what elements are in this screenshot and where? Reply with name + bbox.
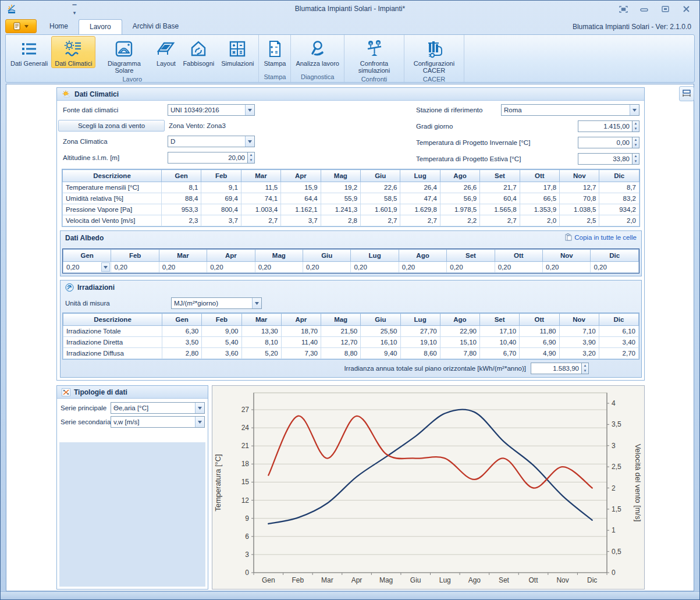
svg-text:Ago: Ago	[468, 576, 481, 584]
panel-width-toggle-button[interactable]	[679, 86, 694, 101]
application-menu-button[interactable]	[5, 19, 37, 33]
serie-secondaria-combobox[interactable]: v,w [m/s]	[111, 416, 205, 428]
data-cell: 2,8	[321, 215, 360, 226]
data-cell: 12,70	[321, 337, 361, 348]
altitudine-value[interactable]: 20,00	[168, 152, 247, 164]
restore-button[interactable]	[659, 4, 671, 14]
serie-principale-combobox[interactable]: Θe,aria [°C]	[111, 402, 205, 414]
chevron-down-icon[interactable]	[245, 105, 254, 115]
irradianza-annua-value[interactable]: 1.583,90	[531, 363, 581, 374]
tab-home[interactable]: Home	[39, 19, 79, 34]
albedo-cell[interactable]: 0,20	[63, 262, 111, 273]
chevron-down-icon[interactable]	[630, 105, 639, 115]
close-button[interactable]	[680, 4, 692, 14]
stampa-button[interactable]: Stampa	[260, 36, 289, 68]
albedo-table: GenFebMarAprMagGiuLugAgoSetOttNovDic0,20…	[62, 248, 639, 274]
fullscreen-button[interactable]	[617, 4, 630, 14]
ribbon-group-lavoro: Dati GeneraliDati ClimaticiDiagramma Sol…	[6, 35, 259, 82]
albedo-cell[interactable]: 0,20	[351, 262, 399, 273]
chevron-down-icon[interactable]	[195, 417, 204, 427]
data-cell: 7,30	[281, 348, 321, 359]
data-cell: 47,4	[400, 193, 440, 204]
irradiazioni-table: DescrizioneGenFebMarAprMagGiuLugAgoSetOt…	[62, 313, 639, 360]
spinner-buttons[interactable]: ▲▼	[247, 152, 255, 164]
month-column-header: Set	[480, 314, 520, 326]
gradi-giorno-field[interactable]: 1.415,00 ▲▼	[578, 120, 639, 132]
table-row: Irradiazione Diffusa2,803,605,207,308,80…	[63, 348, 639, 359]
spinner-buttons[interactable]: ▲▼	[581, 363, 589, 374]
spinner-buttons[interactable]: ▲▼	[632, 120, 639, 132]
chevron-down-icon[interactable]	[245, 136, 254, 147]
unita-misura-combobox[interactable]: MJ/(m²*giorno)	[171, 297, 262, 309]
ribbon-group-label: CACER	[406, 75, 463, 84]
data-cell: 66,5	[520, 193, 559, 204]
temp-invernale-value[interactable]: 0,00	[578, 137, 632, 148]
stazione-combobox[interactable]: Roma	[501, 104, 639, 116]
svg-text:Apr: Apr	[351, 576, 363, 584]
albedo-cell[interactable]: 0,20	[591, 262, 639, 273]
spinner-buttons[interactable]: ▲▼	[632, 153, 639, 165]
simulazioni-button[interactable]: Simulazioni	[218, 36, 257, 68]
table-row: Umidità relativa [%]88,469,474,164,455,9…	[63, 193, 639, 204]
data-cell: 3,60	[202, 348, 241, 359]
albedo-cell[interactable]: 0,20	[399, 262, 446, 273]
data-cell: 7,10	[559, 326, 599, 337]
scegli-zona-vento-button[interactable]: Scegli la zona di vento	[58, 120, 165, 132]
diagramma-solare-button[interactable]: Diagramma Solare	[95, 36, 152, 75]
data-cell: 934,2	[599, 204, 639, 215]
tab-archivi-di-base[interactable]: Archivi di Base	[122, 19, 189, 34]
layout-button[interactable]: Layout	[152, 36, 179, 68]
month-column-header: Ott	[520, 314, 559, 326]
zona-climatica-combobox[interactable]: D	[168, 136, 255, 147]
altitudine-field[interactable]: 20,00 ▲▼	[168, 152, 255, 164]
month-column-header: Mag	[321, 170, 360, 182]
albedo-cell[interactable]: 0,20	[111, 262, 159, 273]
temp-estiva-value[interactable]: 33,80	[578, 153, 632, 165]
buildings-plug-icon	[424, 38, 444, 59]
albedo-cell[interactable]: 0,20	[447, 262, 495, 273]
chevron-down-icon[interactable]	[195, 403, 204, 413]
albedo-cell[interactable]: 0,20	[255, 262, 303, 273]
minimize-button[interactable]	[638, 4, 651, 14]
month-column-header: Gen	[162, 170, 201, 182]
tab-lavoro[interactable]: Lavoro	[79, 19, 122, 34]
analizza-lavoro-button[interactable]: Analizza lavoro	[292, 36, 343, 68]
albedo-cell[interactable]: 0,20	[495, 262, 542, 273]
ribbon-group-label: Diagnostica	[292, 73, 343, 82]
month-column-header: Feb	[201, 170, 241, 182]
statusbar	[1, 591, 699, 599]
month-column-header: Mar	[159, 250, 207, 262]
albedo-row: 0,200,200,200,200,200,200,200,200,200,20…	[63, 262, 639, 273]
svg-text:3: 3	[612, 442, 616, 450]
dati-climatici-button[interactable]: Dati Climatici	[51, 36, 95, 68]
fabbisogni-button[interactable]: Fabbisogni	[179, 36, 218, 68]
chevron-down-icon[interactable]	[252, 298, 261, 308]
data-cell: 3,7	[201, 215, 241, 226]
zona-climatica-label: Zona Climatica	[63, 136, 108, 147]
irradianza-annua-field[interactable]: 1.583,90 ▲▼	[531, 363, 589, 374]
confronta-simulazioni-button[interactable]: ABConfronta simulazioni	[346, 36, 403, 75]
temp-estiva-field[interactable]: 33,80 ▲▼	[578, 153, 639, 165]
month-column-header: Gen	[162, 314, 202, 326]
albedo-cell[interactable]: 0,20	[159, 262, 207, 273]
month-column-header: Lug	[400, 314, 440, 326]
configurazioni-cacer-button[interactable]: Configurazioni CACER	[406, 36, 463, 75]
fonte-dati-combobox[interactable]: UNI 10349:2016	[168, 104, 255, 116]
temp-invernale-field[interactable]: 0,00 ▲▼	[578, 137, 639, 148]
dati-generali-button[interactable]: Dati Generali	[7, 36, 51, 68]
stazione-label: Stazione di riferimento	[416, 104, 482, 116]
albedo-cell[interactable]: 0,20	[303, 262, 351, 273]
svg-text:Mar: Mar	[321, 576, 333, 584]
albedo-cell[interactable]: 0,20	[543, 262, 591, 273]
albedo-cell[interactable]: 0,20	[207, 262, 255, 273]
chevron-down-icon[interactable]	[101, 262, 110, 272]
series-wind	[268, 416, 592, 488]
spinner-buttons[interactable]: ▲▼	[632, 137, 639, 148]
ribbon-button-label: Configurazioni CACER	[409, 60, 459, 74]
unita-misura-value: MJ/(m²*giorno)	[172, 298, 252, 308]
data-cell: 6,90	[520, 337, 559, 348]
gradi-giorno-value[interactable]: 1.415,00	[578, 120, 632, 132]
row-label: Pressione Vapore [Pa]	[63, 204, 162, 215]
month-column-header: Ott	[495, 250, 542, 262]
copy-all-cells-link[interactable]: Copia in tutte le celle	[565, 233, 637, 241]
